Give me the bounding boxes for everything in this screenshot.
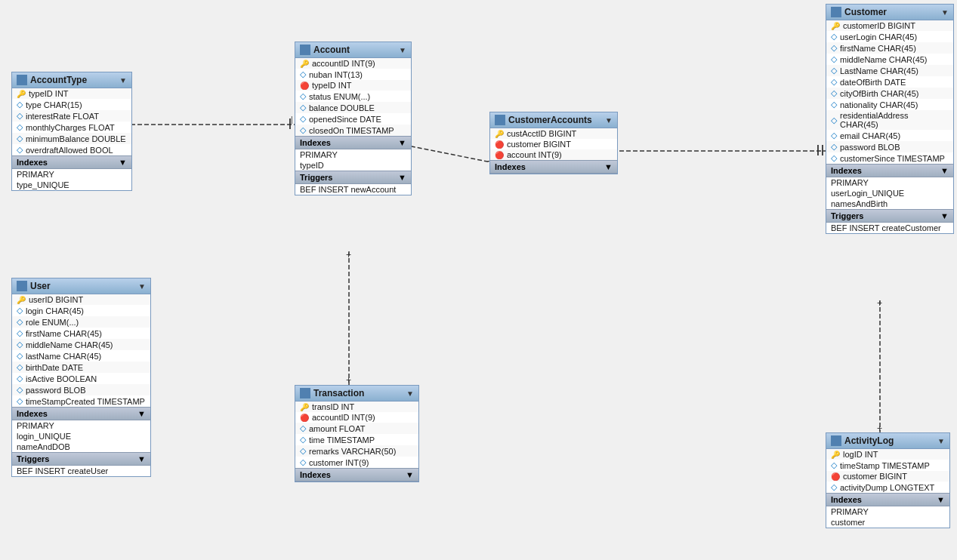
key-icon: 🔴 (831, 472, 840, 481)
table-row: ◇cityOfBirth CHAR(45) (826, 88, 953, 99)
table-header-Transaction[interactable]: Transaction ▼ (295, 386, 418, 402)
key-icon: ◇ (300, 114, 306, 124)
index-row: namesAndBirth (826, 198, 953, 209)
key-icon: 🔴 (300, 82, 309, 90)
key-icon: ◇ (17, 374, 23, 383)
table-row: 🔑accountID INT(9) (295, 58, 411, 69)
indexes-header[interactable]: Indexes▼ (490, 160, 617, 174)
table-row: ◇interestRate FLOAT (12, 110, 131, 122)
table-User[interactable]: User ▼ 🔑userID BIGINT ◇login CHAR(45) ◇r… (11, 278, 151, 477)
key-icon: ◇ (300, 69, 306, 79)
trigger-row: BEF INSERT createCustomer (826, 223, 953, 233)
table-row: ◇customerSince TIMESTAMP (826, 152, 953, 164)
table-header-User[interactable]: User ▼ (12, 278, 150, 294)
key-icon: ◇ (831, 100, 837, 109)
table-ActivityLog[interactable]: ActivityLog ▼ 🔑logID INT ◇timeStamp TIME… (826, 432, 950, 528)
table-Customer[interactable]: Customer ▼ 🔑customerID BIGINT ◇userLogin… (826, 4, 954, 234)
table-header-Account[interactable]: Account ▼ (295, 42, 411, 58)
key-icon: ◇ (17, 100, 23, 109)
table-row: ◇birthDate DATE (12, 362, 150, 373)
chevron-icon[interactable]: ▼ (138, 282, 146, 291)
index-row: PRIMARY (12, 420, 150, 431)
key-icon: ◇ (17, 306, 23, 315)
table-row: ◇firstName CHAR(45) (826, 42, 953, 54)
table-row: ◇timeStamp TIMESTAMP (826, 460, 949, 471)
table-title: Account (313, 45, 350, 55)
key-icon: ◇ (831, 142, 837, 152)
table-row: ◇email CHAR(45) (826, 130, 953, 141)
table-Transaction[interactable]: Transaction ▼ 🔑transID INT 🔴accountID IN… (295, 385, 419, 482)
table-icon (495, 115, 505, 125)
table-row: ◇password BLOB (12, 384, 150, 395)
table-row: 🔑customerID BIGINT (826, 20, 953, 31)
table-row: ◇role ENUM(...) (12, 316, 150, 328)
table-row: ◇amount FLOAT (295, 423, 418, 434)
table-row: ◇overdraftAllowed BOOL (12, 144, 131, 155)
key-icon: ◇ (831, 115, 837, 125)
key-icon: ◇ (831, 482, 837, 492)
chevron-icon[interactable]: ▼ (399, 46, 406, 54)
indexes-header[interactable]: Indexes▼ (826, 164, 953, 177)
key-icon: ◇ (831, 66, 837, 75)
table-header-AccountType[interactable]: AccountType ▼ (12, 72, 131, 88)
triggers-header[interactable]: Triggers▼ (295, 171, 411, 184)
key-icon: 🔑 (17, 90, 26, 98)
table-title: Transaction (313, 388, 364, 398)
svg-line-3 (404, 145, 491, 162)
key-icon: ◇ (831, 32, 837, 42)
triggers-header[interactable]: Triggers▼ (826, 209, 953, 223)
key-icon: 🔑 (17, 296, 26, 304)
chevron-icon[interactable]: ▼ (119, 76, 127, 85)
table-row: ◇lastName CHAR(45) (12, 350, 150, 362)
table-icon (17, 75, 27, 85)
key-icon: ◇ (831, 153, 837, 163)
table-row: 🔴accountID INT(9) (295, 412, 418, 423)
table-CustomerAccounts[interactable]: CustomerAccounts ▼ 🔑custAcctID BIGINT 🔴c… (489, 112, 618, 174)
table-icon (300, 388, 310, 398)
key-icon: 🔴 (300, 414, 309, 422)
index-row: PRIMARY (12, 169, 131, 180)
table-row: 🔴typeID INT (295, 80, 411, 91)
table-row: 🔑logID INT (826, 449, 949, 460)
table-row: ◇password BLOB (826, 141, 953, 152)
key-icon: ◇ (831, 54, 837, 64)
table-row: ◇activityDump LONGTEXT (826, 482, 949, 493)
indexes-header[interactable]: Indexes▼ (826, 493, 949, 506)
chevron-icon[interactable]: ▼ (941, 8, 949, 17)
key-icon: ◇ (831, 460, 837, 470)
chevron-icon[interactable]: ▼ (937, 437, 945, 445)
table-AccountType[interactable]: AccountType ▼ 🔑typeID INT ◇type CHAR(15)… (11, 72, 132, 191)
table-Account[interactable]: Account ▼ 🔑accountID INT(9) ◇nuban INT(1… (295, 42, 412, 195)
key-icon: ◇ (17, 340, 23, 349)
table-icon (17, 281, 27, 291)
table-header-ActivityLog[interactable]: ActivityLog ▼ (826, 433, 949, 449)
svg-text:|: | (291, 115, 293, 124)
key-icon: ◇ (300, 446, 306, 456)
table-icon (831, 7, 841, 17)
key-icon: ◇ (831, 131, 837, 140)
chevron-icon[interactable]: ▼ (406, 389, 414, 398)
indexes-header[interactable]: Indexes▼ (295, 136, 411, 149)
index-row: PRIMARY (295, 149, 411, 160)
indexes-header[interactable]: Indexes▼ (295, 468, 418, 482)
table-header-Customer[interactable]: Customer ▼ (826, 5, 953, 20)
table-row: ◇dateOfBirth DATE (826, 76, 953, 88)
key-icon: ◇ (300, 103, 306, 112)
table-row: ◇nationality CHAR(45) (826, 99, 953, 110)
key-icon: ◇ (17, 111, 23, 121)
diagram-canvas: | | | | | | | | + + + + + + AccountType (0, 0, 957, 560)
table-row: ◇userLogin CHAR(45) (826, 31, 953, 42)
chevron-icon[interactable]: ▼ (605, 116, 613, 125)
triggers-header[interactable]: Triggers▼ (12, 452, 150, 466)
trigger-row: BEF INSERT newAccount (295, 184, 411, 195)
key-icon: ◇ (300, 435, 306, 445)
key-icon: ◇ (831, 88, 837, 98)
table-row: ◇minimumBalance DOUBLE (12, 133, 131, 144)
table-header-CustomerAccounts[interactable]: CustomerAccounts ▼ (490, 112, 617, 128)
svg-text:|: | (821, 143, 824, 155)
indexes-header[interactable]: Indexes▼ (12, 155, 131, 169)
table-row: ◇monthlyCharges FLOAT (12, 122, 131, 133)
table-icon (300, 45, 310, 55)
table-row: ◇remarks VARCHAR(50) (295, 445, 418, 457)
indexes-header[interactable]: Indexes▼ (12, 407, 150, 420)
